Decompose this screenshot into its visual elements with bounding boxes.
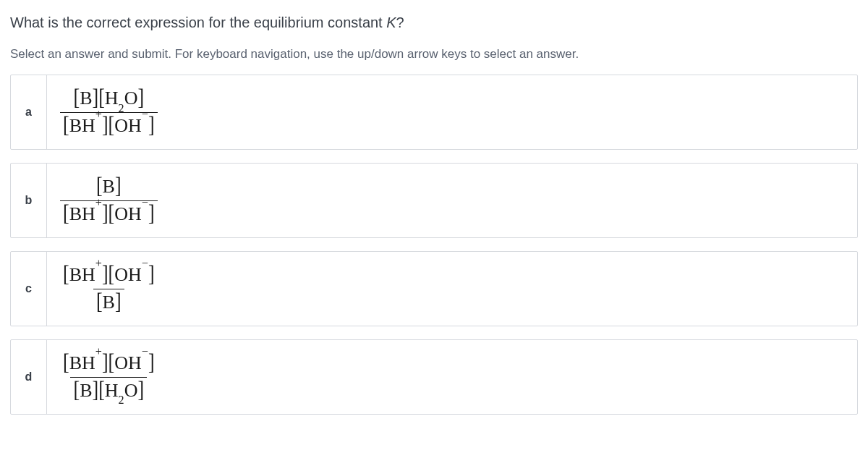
question-prefix: What is the correct expression for the e… xyxy=(10,14,386,30)
fraction-expression: [B] [BH+][OH−] xyxy=(60,175,158,226)
option-c[interactable]: c [BH+][OH−] [B] xyxy=(10,251,858,326)
fraction-numerator: [BH+][OH−] xyxy=(60,263,158,289)
question-suffix: ? xyxy=(396,14,404,30)
option-key: a xyxy=(11,75,47,149)
option-d[interactable]: d [BH+][OH−] [B][H2O] xyxy=(10,339,858,415)
instructions-text: Select an answer and submit. For keyboar… xyxy=(10,47,858,62)
fraction-denominator: [B] xyxy=(93,289,124,315)
fraction-denominator: [BH+][OH−] xyxy=(60,200,158,226)
option-content: [BH+][OH−] [B][H2O] xyxy=(47,340,857,414)
option-content: [B] [BH+][OH−] xyxy=(47,164,857,237)
options-list: a [B][H2O] [BH+][OH−] b [B] [BH+][OH−] c… xyxy=(10,75,858,415)
option-key: b xyxy=(11,164,47,237)
option-content: [BH+][OH−] [B] xyxy=(47,252,857,326)
fraction-denominator: [BH+][OH−] xyxy=(60,112,158,138)
option-b[interactable]: b [B] [BH+][OH−] xyxy=(10,163,858,238)
fraction-numerator: [BH+][OH−] xyxy=(60,352,158,377)
option-key: d xyxy=(11,340,47,414)
fraction-expression: [BH+][OH−] [B] xyxy=(60,263,158,314)
fraction-numerator: [B][H2O] xyxy=(70,87,147,112)
fraction-expression: [BH+][OH−] [B][H2O] xyxy=(60,352,158,402)
option-a[interactable]: a [B][H2O] [BH+][OH−] xyxy=(10,75,858,150)
question-text: What is the correct expression for the e… xyxy=(10,14,858,31)
question-variable: K xyxy=(386,14,396,30)
option-content: [B][H2O] [BH+][OH−] xyxy=(47,75,857,149)
option-key: c xyxy=(11,252,47,326)
fraction-denominator: [B][H2O] xyxy=(70,377,147,403)
fraction-expression: [B][H2O] [BH+][OH−] xyxy=(60,87,158,137)
